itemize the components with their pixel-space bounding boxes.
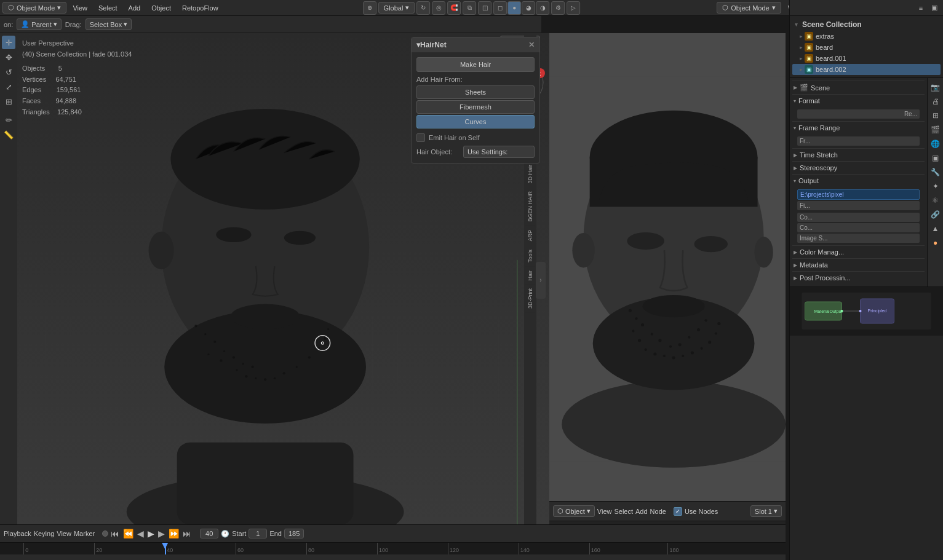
menu-retopoflow[interactable]: RetopoFlow [177,3,223,13]
global-transform[interactable]: Global ▾ [378,2,415,14]
node-select-btn[interactable]: Select [614,508,633,515]
overlay-toggle[interactable]: ⧉ [463,1,476,15]
tab-bgenhair[interactable]: BGEN HAIR [525,187,535,226]
option-curves[interactable]: Curves [416,115,535,128]
world-icon[interactable]: 🌐 [929,137,942,151]
object-mode-selector[interactable]: ⬡ Object Mode ▾ [2,2,66,14]
physics-icon[interactable]: ⚛ [929,194,942,207]
option-sheets[interactable]: Sheets [416,85,535,99]
playback-btn[interactable]: ▷ [567,1,580,15]
output-section[interactable]: ▾ Output [792,174,925,187]
metadata-section[interactable]: ▶ Metadata [792,258,925,271]
scale-tool[interactable]: ⤢ [2,80,15,93]
settings-btn[interactable]: ⚙ [551,1,565,15]
xray-toggle[interactable]: ◫ [478,1,491,15]
menu-view[interactable]: View [68,3,92,13]
prev-frame-btn[interactable]: ◀ [136,529,145,538]
svg-point-58 [669,345,672,348]
vertices-label: Vertices [22,76,46,83]
next-frame-btn[interactable]: ▶ [157,529,166,538]
post-processing-section[interactable]: ▶ Post Processin... [792,271,925,284]
solid-btn[interactable]: ● [507,1,521,15]
skip-start-btn[interactable]: ⏮ [109,529,121,538]
material-btn[interactable]: ◕ [522,1,535,15]
data-icon[interactable]: ▲ [929,222,942,235]
hairnet-close[interactable]: ✕ [528,41,535,49]
output-icon[interactable]: 🖨 [929,95,942,108]
scene-props-icon[interactable]: 🎬 [929,123,942,136]
keying-menu[interactable]: Keying [34,530,55,537]
tick-0: 0 [23,543,28,554]
skip-end-btn[interactable]: ⏭ [181,529,193,538]
snap-icon[interactable]: ⊕ [363,1,376,15]
current-frame[interactable]: 40 [200,529,218,538]
cursor-tool[interactable]: ✛ [2,36,15,49]
node-node-btn[interactable]: Node [650,508,666,515]
particles-icon[interactable]: ✦ [929,179,942,193]
menu-select[interactable]: Select [94,3,122,13]
transform-tool[interactable]: ⊞ [2,95,15,108]
timeline-bar[interactable]: 0 20 40 60 80 100 120 140 160 180 [0,542,786,554]
tab-tools[interactable]: Tools [525,246,535,266]
render-icon[interactable]: 📷 [929,81,942,94]
node-view-btn[interactable]: View [597,508,612,515]
proportional-icon[interactable]: ◎ [432,1,445,15]
scene-collection-header[interactable]: ▾ Scene Collection [792,18,941,31]
playback-menu[interactable]: Playback [4,530,31,537]
viewport-divider-arrow[interactable]: › [536,262,546,299]
stereoscopy-section[interactable]: ▶ Stereoscopy [792,161,925,174]
view-menu[interactable]: View [57,530,71,537]
menu-add[interactable]: Add [124,3,146,13]
tab-hair[interactable]: Hair [525,267,535,285]
color-management-section[interactable]: ▶ Color Manag... [792,245,925,258]
hairnet-header[interactable]: ▾ HairNet ✕ [412,37,539,52]
play-btn[interactable]: ▶ [146,529,156,538]
collection-extras[interactable]: ▸ ▣ extras [792,31,941,42]
wireframe-btn[interactable]: ◻ [493,1,507,15]
move-tool[interactable]: ✥ [2,50,15,64]
make-hair-btn[interactable]: Make Hair [416,57,535,72]
collection-beard[interactable]: ▸ ▣ beard [792,42,941,53]
collection-beard-001[interactable]: ▸ ▣ beard.001 [792,53,941,64]
option-fibermesh[interactable]: Fibermesh [416,100,535,114]
start-frame[interactable]: 1 [249,529,267,538]
snap-toggle[interactable]: 🧲 [447,1,461,15]
modifier-icon[interactable]: 🔧 [929,165,942,179]
object-dropdown[interactable]: ⬡ Object ▾ [553,505,595,517]
hair-object-value[interactable]: Use Settings: [463,146,535,158]
record-btn[interactable] [102,530,108,537]
slot-dropdown[interactable]: Slot 1 ▾ [750,505,782,517]
pivot-icon[interactable]: ↻ [416,1,430,15]
time-stretch-section[interactable]: ▶ Time Stretch [792,148,925,161]
menu-object[interactable]: Object [146,3,176,13]
rotate-tool[interactable]: ↺ [2,65,15,79]
view-layer-icon[interactable]: ⊞ [929,109,942,122]
prev-keyframe-btn[interactable]: ⏪ [122,529,135,538]
parent-dropdown[interactable]: 👤 Parent ▾ [17,18,61,30]
svg-point-17 [255,377,257,379]
use-nodes-checkbox[interactable]: ✓ [674,507,682,516]
render-btn[interactable]: ◑ [536,1,549,15]
end-frame[interactable]: 185 [284,529,304,538]
node-add-btn[interactable]: Add [635,508,648,515]
output-path[interactable]: E:\projects\pixel [797,189,920,200]
collection-beard-002[interactable]: ▸ ▣ beard.002 [792,64,941,75]
panel-icon-2[interactable]: ▣ [928,2,941,14]
marker-menu[interactable]: Marker [74,530,95,537]
format-section[interactable]: ▾ Format [792,94,925,107]
next-keyframe-btn[interactable]: ⏩ [167,529,180,538]
emit-hair-checkbox[interactable] [416,133,425,142]
render-viewport[interactable] [549,33,786,505]
panel-icon-1[interactable]: ≡ [915,2,927,14]
material-icon[interactable]: ● [929,236,942,250]
frame-range-section[interactable]: ▾ Frame Range [792,121,925,134]
tab-arp[interactable]: ARP [525,226,535,245]
scene-section[interactable]: ▶ 🎬 Scene [792,81,925,94]
tab-3dprint[interactable]: 3D-Print [525,285,535,312]
object-mode-right[interactable]: ⬡ Object Mode ▾ [717,2,781,14]
object-props-icon[interactable]: ▣ [929,151,942,165]
measure-tool[interactable]: 📏 [2,128,15,141]
constraints-icon[interactable]: 🔗 [929,208,942,221]
annotate-tool[interactable]: ✏ [2,113,15,127]
drag-dropdown[interactable]: Select Box ▾ [86,18,132,30]
